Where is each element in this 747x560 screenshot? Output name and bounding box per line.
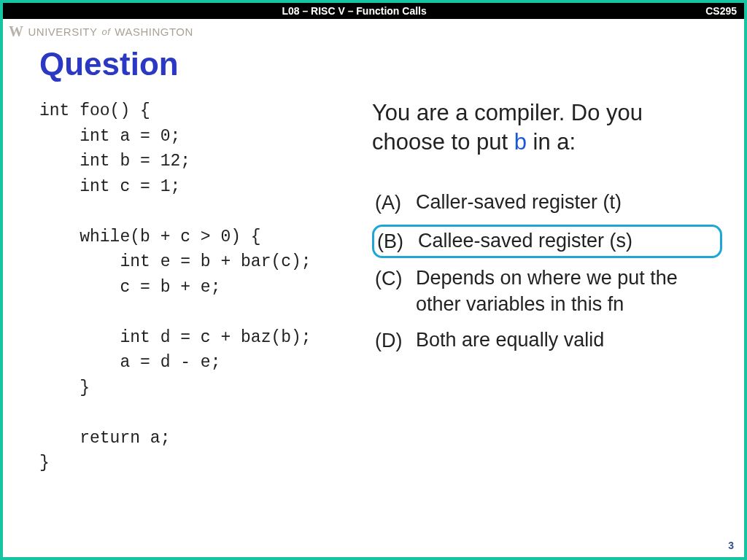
question-prompt: You are a compiler. Do you choose to put… xyxy=(372,98,722,158)
option-text: Caller-saved register (t) xyxy=(416,190,719,216)
option-a: (A) Caller-saved register (t) xyxy=(372,188,722,217)
option-letter: (B) xyxy=(377,228,411,254)
page-number: 3 xyxy=(728,540,734,551)
prompt-line1: You are a compiler. Do you xyxy=(372,100,643,125)
prompt-line2-post: in a: xyxy=(527,129,576,155)
option-letter: (C) xyxy=(375,265,409,316)
slide: L08 – RISC V – Function Calls CS295 W UN… xyxy=(3,3,744,557)
university-name-2: WASHINGTON xyxy=(115,26,193,38)
slide-title: Question xyxy=(3,40,744,82)
option-text: Callee-saved register (s) xyxy=(418,228,717,254)
option-letter: (D) xyxy=(375,327,409,354)
content-area: int foo() { int a = 0; int b = 12; int c… xyxy=(3,82,744,476)
option-c: (C) Depends on where we put the other va… xyxy=(372,264,722,318)
top-bar: L08 – RISC V – Function Calls CS295 xyxy=(3,3,744,19)
option-b: (B) Callee-saved register (s) xyxy=(372,225,722,258)
option-text: Depends on where we put the other variab… xyxy=(416,265,719,316)
university-name-1: UNIVERSITY xyxy=(28,26,98,38)
question-panel: You are a compiler. Do you choose to put… xyxy=(372,98,722,476)
prompt-variable: b xyxy=(514,129,527,155)
university-brand: W UNIVERSITY of WASHINGTON xyxy=(3,19,744,40)
prompt-line2-pre: choose to put xyxy=(372,129,514,155)
option-letter: (A) xyxy=(375,190,409,216)
code-block: int foo() { int a = 0; int b = 12; int c… xyxy=(39,98,353,476)
option-d: (D) Both are equally valid xyxy=(372,326,722,355)
options-list: (A) Caller-saved register (t) (B) Callee… xyxy=(372,188,722,356)
uw-logo-icon: W xyxy=(9,23,24,40)
university-of: of xyxy=(102,26,111,37)
lecture-title: L08 – RISC V – Function Calls xyxy=(3,4,705,18)
option-text: Both are equally valid xyxy=(416,327,719,354)
course-code: CS295 xyxy=(705,4,737,18)
